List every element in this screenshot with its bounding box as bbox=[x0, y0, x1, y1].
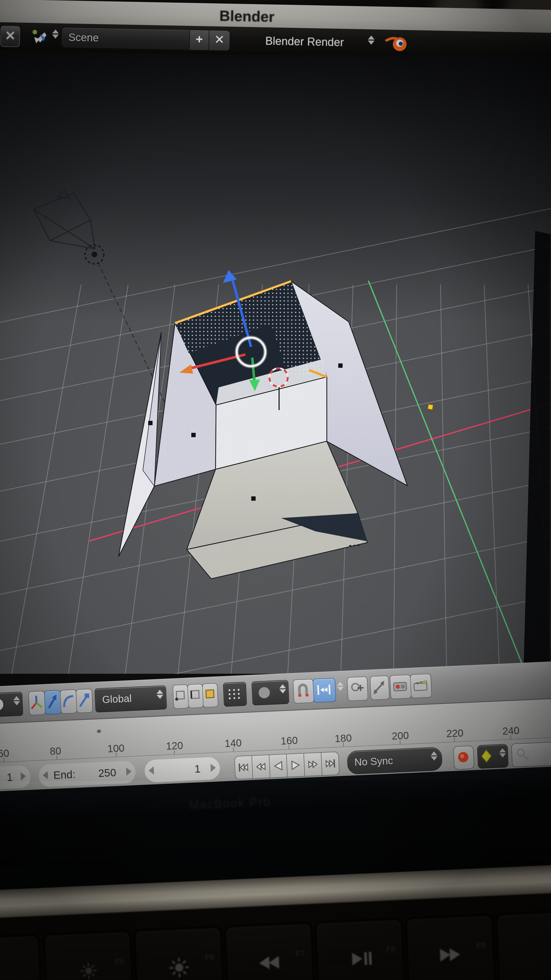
end-frame-label: End: bbox=[53, 768, 76, 782]
scale-icon bbox=[76, 689, 92, 712]
key-icon bbox=[512, 743, 536, 765]
ruler-label: 220 bbox=[446, 727, 464, 740]
key-f5-brightness-low: F5 bbox=[45, 932, 132, 980]
opengl-render-button[interactable] bbox=[389, 675, 411, 700]
record-icon bbox=[454, 746, 473, 768]
previous-keyframe-button[interactable] bbox=[251, 755, 270, 779]
opengl-render-anim-button[interactable] bbox=[410, 673, 432, 698]
viewport-top-shadow bbox=[0, 55, 551, 323]
timeline-marker-dot bbox=[97, 729, 101, 733]
dotted-cube-icon bbox=[224, 682, 245, 705]
current-frame-value: 1 bbox=[194, 763, 201, 775]
hidden-edge bbox=[349, 545, 360, 546]
viewport-scene bbox=[0, 55, 551, 674]
current-frame-field[interactable]: 1 bbox=[144, 757, 221, 783]
rotate-manipulator-button[interactable] bbox=[60, 689, 77, 714]
add-keyframe-button[interactable] bbox=[511, 742, 551, 767]
snap-element-dropdown[interactable] bbox=[313, 678, 336, 703]
manipulator-toggle-button[interactable] bbox=[28, 691, 46, 716]
close-layout-button[interactable]: ✕ bbox=[0, 26, 20, 47]
start-frame-value: 1 bbox=[6, 771, 13, 784]
blender-logo-icon bbox=[384, 33, 412, 54]
photo-of-macbook-screen: Blender ✕ Scene + ✕ Blender Render bbox=[0, 0, 551, 980]
origin-dot bbox=[427, 404, 433, 410]
end-frame-value: 250 bbox=[98, 767, 116, 780]
window-title: Blender bbox=[219, 7, 275, 25]
brand-label: MacBook Pro bbox=[171, 794, 289, 813]
edge-select-button[interactable] bbox=[187, 684, 203, 708]
function-key bbox=[0, 936, 41, 980]
render-engine-value: Blender Render bbox=[265, 35, 344, 48]
engine-stepper[interactable] bbox=[367, 35, 375, 46]
manipulate-center-button[interactable] bbox=[370, 676, 389, 700]
rotate-icon bbox=[60, 690, 76, 712]
sync-mode-dropdown[interactable]: No Sync bbox=[347, 747, 443, 775]
snap-increment-icon bbox=[313, 678, 335, 701]
vertex-select-button[interactable] bbox=[172, 684, 189, 709]
axis-manipulator-icon bbox=[29, 691, 44, 714]
sync-stepper[interactable] bbox=[430, 750, 438, 762]
record-button[interactable] bbox=[453, 746, 475, 770]
viewport-shading-dropdown[interactable] bbox=[0, 692, 23, 718]
scale-manipulator-button[interactable] bbox=[76, 689, 93, 713]
orientation-stepper[interactable] bbox=[156, 689, 164, 700]
dual-arrows-icon bbox=[370, 676, 388, 699]
editor-type-icon bbox=[28, 26, 49, 47]
render-engine-selector[interactable]: Blender Render bbox=[265, 31, 372, 53]
snap-stepper[interactable] bbox=[336, 680, 345, 692]
editor-type-selector[interactable] bbox=[28, 26, 59, 47]
snap-toggle-button[interactable] bbox=[293, 679, 314, 703]
scene-delete-button[interactable]: ✕ bbox=[208, 30, 230, 51]
translate-manipulator-button[interactable] bbox=[44, 690, 62, 715]
play-reverse-button[interactable] bbox=[269, 754, 288, 778]
dotted-square-plus-icon bbox=[348, 677, 367, 700]
snap-peel-button[interactable] bbox=[347, 676, 368, 701]
start-frame-field[interactable]: 1 bbox=[0, 765, 31, 790]
3d-viewport[interactable] bbox=[0, 55, 551, 674]
sync-mode-value: No Sync bbox=[354, 755, 393, 768]
ruler-label: 60 bbox=[0, 748, 10, 759]
end-frame-field[interactable]: End: 250 bbox=[38, 760, 136, 788]
occlude-geometry-button[interactable] bbox=[223, 682, 247, 707]
jump-to-start-button[interactable] bbox=[234, 756, 253, 780]
scene-name: Scene bbox=[68, 31, 99, 44]
playback-controls bbox=[235, 752, 340, 779]
camera-icon bbox=[390, 675, 410, 698]
key-f7-rewind: F7 bbox=[226, 924, 313, 980]
x-icon: ✕ bbox=[1, 26, 20, 45]
ruler-label: 80 bbox=[49, 745, 61, 757]
translate-icon bbox=[44, 690, 60, 713]
orientation-value: Global bbox=[102, 693, 132, 705]
next-keyframe-button[interactable] bbox=[303, 752, 322, 776]
keying-set-dropdown[interactable] bbox=[477, 744, 509, 769]
keyframe-diamond-icon bbox=[478, 745, 495, 767]
scene-add-button[interactable]: + bbox=[189, 29, 210, 51]
layout-stepper[interactable] bbox=[52, 28, 59, 40]
key-f9-fast-forward: F9 bbox=[407, 916, 494, 980]
play-button[interactable] bbox=[286, 753, 305, 777]
keying-stepper[interactable] bbox=[499, 747, 507, 759]
proportional-edit-dropdown[interactable] bbox=[251, 680, 289, 705]
magnet-icon bbox=[293, 679, 313, 702]
jump-to-end-button[interactable] bbox=[321, 752, 340, 776]
transform-orientation-dropdown[interactable]: Global bbox=[95, 685, 167, 712]
clapperboard-icon bbox=[410, 674, 430, 697]
function-key bbox=[497, 912, 551, 980]
key-f8-play-pause: F8 bbox=[316, 920, 404, 980]
key-f6-brightness-high: F6 bbox=[135, 928, 223, 980]
scene-name-field[interactable]: Scene bbox=[61, 27, 190, 51]
proportional-stepper[interactable] bbox=[279, 683, 287, 694]
shading-stepper[interactable] bbox=[13, 695, 21, 706]
face-select-button[interactable] bbox=[202, 683, 218, 708]
